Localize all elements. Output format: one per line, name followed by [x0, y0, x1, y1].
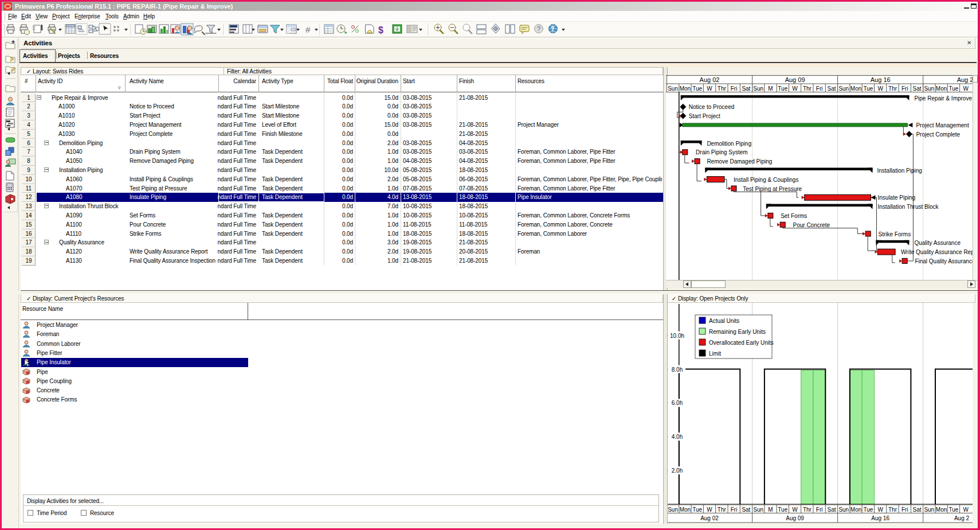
svg-text:Thr: Thr	[718, 506, 727, 513]
svg-text:Sun: Sun	[753, 506, 763, 513]
svg-text:4.0h: 4.0h	[672, 434, 683, 440]
svg-text:Start Project: Start Project	[689, 113, 720, 119]
svg-text:Aug 09: Aug 09	[785, 76, 805, 83]
svg-text:Demolition Piping: Demolition Piping	[707, 141, 751, 147]
svg-text:Installation Piping: Installation Piping	[877, 167, 922, 174]
svg-text:W: W	[707, 506, 712, 513]
svg-text:Fri: Fri	[901, 85, 908, 92]
svg-text:Sat: Sat	[912, 506, 921, 513]
svg-text:Thr: Thr	[803, 506, 812, 513]
svg-text:Notice to Proceed: Notice to Proceed	[689, 104, 735, 110]
svg-text:W: W	[963, 506, 969, 513]
svg-text:Sun: Sun	[924, 506, 934, 513]
svg-text:W: W	[792, 85, 798, 92]
svg-text:Remove Damaged Piping: Remove Damaged Piping	[707, 158, 772, 165]
svg-text:M: M	[768, 85, 773, 92]
svg-text:Pour Concrete: Pour Concrete	[793, 222, 830, 228]
svg-text:Aug 2: Aug 2	[957, 76, 974, 83]
svg-text:Drain Piping System: Drain Piping System	[696, 149, 748, 155]
svg-text:Mon: Mon	[936, 85, 947, 92]
svg-text:Thr: Thr	[888, 85, 897, 92]
svg-text:Fri: Fri	[731, 506, 738, 513]
svg-text:Overallocated Early Units: Overallocated Early Units	[709, 340, 774, 346]
svg-text:Remaining Early Units: Remaining Early Units	[709, 329, 766, 335]
svg-text:Sat: Sat	[742, 506, 750, 513]
svg-text:Tue: Tue	[948, 85, 958, 92]
svg-text:W: W	[877, 85, 883, 92]
svg-text:Strike Forms: Strike Forms	[879, 231, 911, 237]
svg-text:6.0h: 6.0h	[672, 400, 683, 406]
svg-text:Thr: Thr	[888, 506, 897, 513]
svg-text:Thr: Thr	[718, 85, 727, 92]
svg-text:?: ?	[551, 26, 554, 32]
svg-text:Quality Assurance: Quality Assurance	[914, 240, 961, 246]
svg-text:Fri: Fri	[731, 85, 738, 92]
svg-text:$: $	[378, 25, 383, 35]
svg-text:Sat: Sat	[742, 85, 750, 92]
svg-text:W: W	[792, 506, 798, 513]
svg-text:Sat: Sat	[827, 85, 836, 92]
svg-text:M: M	[768, 506, 773, 513]
svg-text:Write Quality Assurance Repo: Write Quality Assurance Repo	[901, 249, 978, 255]
svg-text:Tue: Tue	[948, 506, 958, 513]
svg-text:Aug 02: Aug 02	[700, 76, 720, 83]
svg-text:Aug 2: Aug 2	[954, 515, 970, 521]
svg-text:Tue: Tue	[778, 506, 787, 513]
svg-text:Sun: Sun	[924, 85, 934, 92]
svg-text:8.0h: 8.0h	[672, 367, 683, 373]
svg-text:Sun: Sun	[838, 85, 849, 92]
svg-text:Sat: Sat	[827, 506, 836, 513]
svg-text:Tue: Tue	[863, 506, 873, 513]
svg-text:Sat: Sat	[912, 85, 921, 92]
svg-text:Sun: Sun	[668, 85, 678, 92]
svg-text:Aug 16: Aug 16	[871, 515, 889, 521]
svg-text:Aug 09: Aug 09	[786, 515, 804, 521]
svg-text:Sun: Sun	[668, 506, 678, 513]
svg-text:Installation Thrust Block: Installation Thrust Block	[878, 204, 939, 210]
svg-text:W: W	[877, 506, 883, 513]
svg-text:Install Piping & Couplings: Install Piping & Couplings	[734, 177, 798, 183]
svg-text:Project Management: Project Management	[916, 122, 969, 128]
svg-text:W: W	[707, 85, 712, 92]
svg-text:Fri: Fri	[816, 506, 823, 513]
svg-text:Final Quality Assurance I: Final Quality Assurance I	[915, 258, 978, 264]
svg-text:Aug 16: Aug 16	[871, 76, 891, 83]
svg-text:Test Piping at Pressure: Test Piping at Pressure	[743, 186, 802, 192]
svg-text:Mon: Mon	[680, 85, 691, 92]
svg-text:Fri: Fri	[901, 506, 908, 513]
svg-text:Tue: Tue	[692, 506, 702, 513]
svg-text:Actual Units: Actual Units	[709, 318, 739, 324]
svg-text:Aug 02: Aug 02	[700, 515, 719, 521]
svg-text:Sun: Sun	[753, 85, 763, 92]
svg-text:Pipe Repair & Improve: Pipe Repair & Improve	[914, 95, 972, 102]
svg-text:10.0h: 10.0h	[670, 333, 684, 339]
svg-text:Insulate Piping: Insulate Piping	[878, 194, 916, 201]
svg-text:Mon: Mon	[680, 506, 691, 513]
svg-text:Limit: Limit	[709, 350, 721, 357]
svg-text:Tue: Tue	[778, 85, 787, 92]
svg-text:Tue: Tue	[692, 85, 702, 92]
svg-text:Tue: Tue	[863, 85, 873, 92]
svg-text:2.0h: 2.0h	[672, 467, 683, 474]
svg-text:Mon: Mon	[850, 506, 861, 513]
svg-text:Sun: Sun	[838, 506, 849, 513]
svg-text:Mon: Mon	[936, 506, 947, 513]
svg-text:Set Forms: Set Forms	[781, 213, 807, 219]
svg-text:Thr: Thr	[803, 85, 812, 92]
svg-text:Project Complete: Project Complete	[916, 131, 960, 138]
svg-text:Mon: Mon	[850, 85, 861, 92]
svg-text:Fri: Fri	[816, 85, 823, 92]
svg-text:?: ?	[537, 25, 540, 32]
svg-text:#: #	[305, 25, 311, 34]
svg-text:W: W	[963, 85, 969, 92]
